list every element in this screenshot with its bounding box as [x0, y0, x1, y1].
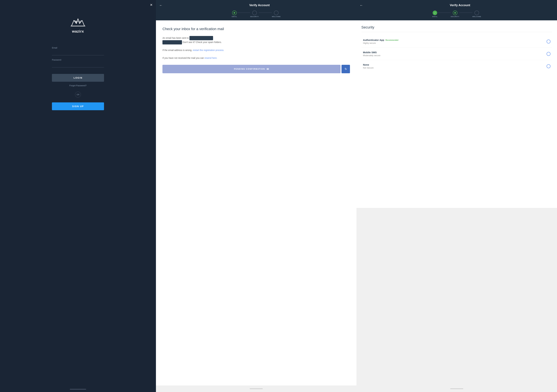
authenticator-desc: Highly secure [363, 42, 547, 44]
close-button[interactable]: ✕ [150, 3, 153, 7]
welcome-step: WELCOME [272, 11, 281, 17]
security-step-label-right: SECURITY [451, 16, 459, 17]
logo-container: wazirx [70, 16, 86, 33]
email-step: EMAIL [232, 11, 237, 17]
verify-email-body: An email has been sent to ██████████████… [163, 36, 350, 60]
back-button-security[interactable]: ← [360, 3, 363, 7]
mobile-sms-name: Mobile SMS [363, 51, 547, 54]
not-received-text: If you have not received the mail you ca… [163, 56, 350, 60]
pending-container: PENDING CONFIRMATION ✉ ↻ [163, 65, 350, 73]
authenticator-radio[interactable] [547, 40, 550, 43]
email-step-label: EMAIL [232, 16, 237, 17]
wazirx-logo [70, 16, 86, 28]
pending-icon: ✉ [267, 68, 269, 71]
refresh-button[interactable]: ↻ [342, 65, 350, 73]
email-step-circle-right [433, 11, 437, 15]
password-label: Password [52, 59, 104, 61]
pending-button-label: PENDING CONFIRMATION [234, 68, 265, 70]
none-desc: Not Secure [363, 66, 547, 69]
mobile-sms-radio[interactable] [547, 52, 550, 56]
or-divider: OR [52, 92, 104, 98]
login-button[interactable]: LOGIN [52, 74, 104, 82]
welcome-step-circle [274, 11, 278, 15]
login-panel: ✕ wazirx Email Password LOGIN Forgot Pas… [0, 0, 156, 392]
security-step-circle-right [453, 11, 457, 15]
email-step-label-right: EMAIL [432, 16, 438, 17]
security-bottom-area [356, 208, 557, 386]
email-step-circle [232, 11, 237, 15]
authenticator-option[interactable]: Authenticator App Recommended Highly sec… [361, 35, 552, 48]
verify-security-header: ← Verify Account [356, 0, 557, 11]
svg-marker-0 [72, 19, 84, 26]
verify-security-title: Verify Account [366, 4, 554, 7]
none-name: None [363, 63, 547, 66]
security-step: SECURITY [250, 11, 259, 17]
recommended-badge: Recommended [385, 39, 398, 41]
welcome-step-right: WELCOME [472, 11, 481, 17]
mobile-sms-option[interactable]: Mobile SMS Moderately secure [361, 48, 552, 60]
logo-text: wazirx [72, 29, 84, 33]
verify-email-panel: ← Verify Account EMAIL SECURITY WELCOME … [156, 0, 356, 392]
or-label: OR [75, 92, 81, 98]
security-step-label: SECURITY [250, 16, 259, 17]
welcome-step-label-right: WELCOME [472, 16, 481, 17]
authenticator-info: Authenticator App Recommended Highly sec… [363, 39, 547, 44]
scroll-indicator-security [450, 388, 463, 389]
mobile-sms-info: Mobile SMS Moderately secure [363, 51, 547, 57]
email-masked: ██████████████ [189, 36, 213, 40]
scroll-indicator [70, 389, 86, 390]
verify-email-title: Verify Account [166, 4, 353, 7]
forgot-password-link[interactable]: Forgot Password? [52, 84, 104, 87]
welcome-step-circle-right [475, 11, 479, 15]
scroll-indicator-email [250, 388, 263, 389]
email-step-right: EMAIL [432, 11, 438, 17]
password-input[interactable] [52, 62, 104, 67]
email-step-progress: EMAIL SECURITY WELCOME [156, 11, 356, 20]
verify-email-heading: Check your inbox for a verification mail [163, 27, 350, 31]
security-content: Security Authenticator App Recommended H… [356, 20, 557, 208]
login-form: Email Password LOGIN Forgot Password? OR… [52, 47, 104, 110]
security-step-progress: EMAIL SECURITY WELCOME [356, 11, 557, 20]
none-info: None Not Secure [363, 63, 547, 69]
email-masked-2: ██████ [163, 40, 182, 44]
email-sent-text: An email has been sent to ██████████████… [163, 36, 350, 44]
none-option[interactable]: None Not Secure [361, 60, 552, 72]
email-input[interactable] [52, 50, 104, 55]
verify-email-header: ← Verify Account [156, 0, 356, 11]
signup-button[interactable]: SIGN UP [52, 102, 104, 110]
pending-confirmation-button[interactable]: PENDING CONFIRMATION ✉ [163, 65, 341, 73]
verify-email-content: Check your inbox for a verification mail… [156, 20, 356, 385]
email-label: Email [52, 47, 104, 49]
bottom-bar-email [156, 385, 356, 392]
wrong-email-text: If the email address is wrong, restart t… [163, 48, 350, 52]
resend-link[interactable]: resend here. [205, 57, 217, 59]
security-step-right: SECURITY [451, 11, 459, 17]
verify-security-panel: ← Verify Account EMAIL SECURITY WELCOME … [356, 0, 557, 392]
security-step-circle [252, 11, 257, 15]
security-heading: Security [361, 25, 552, 32]
authenticator-name: Authenticator App Recommended [363, 39, 547, 41]
restart-link[interactable]: restart the registration process. [193, 49, 224, 51]
email-field-container: Email [52, 47, 104, 55]
back-button-email[interactable]: ← [159, 3, 163, 7]
mobile-sms-desc: Moderately secure [363, 54, 547, 57]
bottom-bar-security [356, 385, 557, 392]
welcome-step-label: WELCOME [272, 16, 281, 17]
password-field-container: Password [52, 59, 104, 67]
none-radio[interactable] [547, 64, 550, 68]
